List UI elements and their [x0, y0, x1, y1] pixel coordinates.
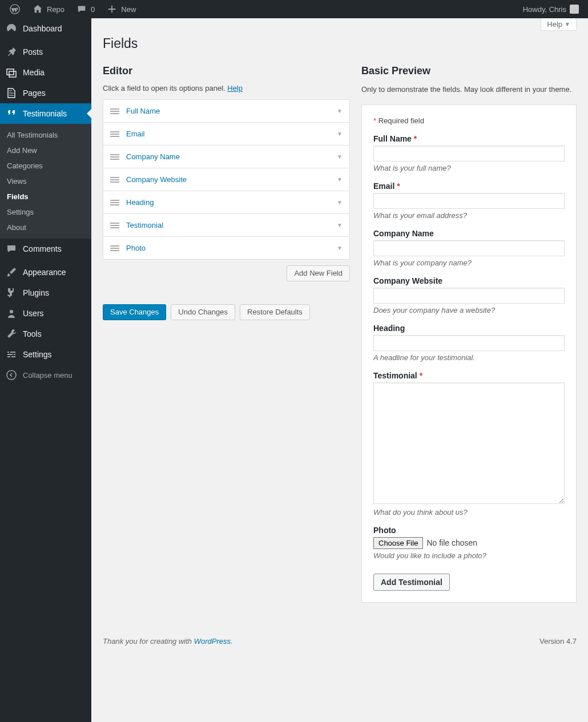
choose-file-button[interactable]: Choose File — [373, 537, 423, 549]
heading-input[interactable] — [373, 335, 565, 351]
home-icon — [32, 3, 43, 15]
company-name-input[interactable] — [373, 240, 565, 256]
chevron-down-icon[interactable]: ▼ — [337, 131, 343, 137]
quote-icon — [6, 108, 17, 119]
add-field-button[interactable]: Add New Field — [287, 265, 350, 281]
drag-handle-icon[interactable] — [110, 177, 119, 183]
full-name-input[interactable] — [373, 146, 565, 162]
undo-button[interactable]: Undo Changes — [171, 304, 235, 320]
comments-link[interactable]: 0 — [71, 0, 99, 18]
chevron-down-icon[interactable]: ▼ — [337, 154, 343, 160]
plus-icon — [106, 3, 118, 15]
sidebar-item-comments[interactable]: Comments — [0, 239, 91, 259]
sidebar-item-settings[interactable]: Settings — [0, 344, 91, 365]
field-hint: What is your full name? — [373, 164, 565, 172]
submenu-item-all-testimonials[interactable]: All Testimonials — [0, 127, 91, 143]
new-link[interactable]: New — [102, 0, 140, 18]
testimonial-input[interactable] — [373, 382, 565, 504]
footer-version: Version 4.7 — [539, 637, 577, 646]
account-link[interactable]: Howdy, Chris — [518, 0, 583, 18]
editor-help: Click a field to open its options panel.… — [103, 84, 350, 92]
drag-handle-icon[interactable] — [110, 245, 119, 251]
comment-icon — [6, 243, 17, 255]
field-row[interactable]: Photo▼ — [103, 237, 349, 260]
asterisk-icon: * — [397, 181, 400, 191]
drag-handle-icon[interactable] — [110, 223, 119, 228]
drag-handle-icon[interactable] — [110, 154, 119, 160]
collapse-menu[interactable]: Collapse menu — [0, 365, 91, 385]
form-field: Company NameWhat is your company name? — [373, 229, 565, 267]
collapse-icon — [6, 369, 17, 381]
field-row[interactable]: Testimonial▼ — [103, 214, 349, 237]
preview-desc: Only to demonstrate the fields. May look… — [361, 84, 577, 95]
svg-rect-2 — [9, 71, 16, 77]
svg-rect-1 — [7, 69, 14, 75]
field-hint: Does your company have a website? — [373, 306, 565, 314]
field-list: Full Name▼Email▼Company Name▼Company Web… — [103, 99, 350, 260]
sidebar-item-pages[interactable]: Pages — [0, 83, 91, 103]
chevron-down-icon[interactable]: ▼ — [337, 245, 343, 251]
sidebar-item-appearance[interactable]: Appearance — [0, 262, 91, 283]
footer-wp-link[interactable]: WordPress — [194, 637, 231, 646]
sidebar-item-plugins[interactable]: Plugins — [0, 283, 91, 303]
sidebar-item-testimonials[interactable]: Testimonials — [0, 103, 91, 124]
field-label: Full Name — [126, 107, 330, 115]
preview-title: Basic Preview — [361, 65, 577, 77]
footer: Thank you for creating with WordPress. V… — [91, 626, 588, 657]
chevron-down-icon: ▼ — [565, 21, 570, 27]
wrench-icon — [6, 328, 17, 340]
field-row[interactable]: Email▼ — [103, 123, 349, 146]
field-label: Photo — [126, 244, 330, 252]
field-label: Heading — [373, 324, 565, 333]
save-button[interactable]: Save Changes — [103, 304, 166, 320]
field-hint: What is your company name? — [373, 259, 565, 267]
drag-handle-icon[interactable] — [110, 108, 119, 114]
submenu-item-settings[interactable]: Settings — [0, 204, 91, 220]
field-label: Photo — [373, 526, 565, 535]
field-row[interactable]: Company Website▼ — [103, 168, 349, 191]
field-hint: What do you think about us? — [373, 508, 565, 517]
submenu-item-fields[interactable]: Fields — [0, 189, 91, 204]
site-link[interactable]: Repo — [27, 0, 69, 18]
field-row[interactable]: Full Name▼ — [103, 100, 349, 123]
chevron-down-icon[interactable]: ▼ — [337, 199, 343, 205]
form-field: HeadingA headline for your testimonial. — [373, 324, 565, 362]
field-label: Heading — [126, 198, 330, 207]
preview-box: * Required field Full Name *What is your… — [361, 104, 577, 603]
asterisk-icon: * — [414, 134, 417, 143]
page-icon — [6, 87, 17, 99]
help-tab[interactable]: Help ▼ — [541, 18, 577, 31]
chevron-down-icon[interactable]: ▼ — [337, 222, 343, 228]
editor-help-link[interactable]: Help — [227, 84, 243, 92]
company-website-input[interactable] — [373, 288, 565, 304]
sidebar-item-posts[interactable]: Posts — [0, 42, 91, 62]
sidebar-item-media[interactable]: Media — [0, 62, 91, 83]
field-label: Company Website — [126, 175, 330, 184]
submenu-item-add-new[interactable]: Add New — [0, 143, 91, 158]
email-input[interactable] — [373, 193, 565, 209]
wp-logo[interactable] — [5, 0, 25, 18]
chevron-down-icon[interactable]: ▼ — [337, 108, 343, 114]
field-row[interactable]: Heading▼ — [103, 191, 349, 214]
submenu-item-categories[interactable]: Categories — [0, 158, 91, 174]
restore-button[interactable]: Restore Defaults — [240, 304, 310, 320]
field-row[interactable]: Company Name▼ — [103, 146, 349, 168]
submenu-item-about[interactable]: About — [0, 220, 91, 235]
form-field: Full Name *What is your full name? — [373, 134, 565, 172]
sidebar-item-users[interactable]: Users — [0, 303, 91, 324]
howdy-text: Howdy, Chris — [523, 5, 566, 14]
submenu-item-views[interactable]: Views — [0, 174, 91, 189]
field-hint: A headline for your testimonial. — [373, 353, 565, 362]
editor-title: Editor — [103, 65, 350, 77]
sidebar-item-tools[interactable]: Tools — [0, 324, 91, 344]
svg-point-4 — [7, 370, 16, 380]
sidebar-item-dashboard[interactable]: Dashboard — [0, 18, 91, 39]
comments-count: 0 — [91, 5, 95, 14]
pin-icon — [6, 46, 17, 58]
sliders-icon — [6, 349, 17, 360]
drag-handle-icon[interactable] — [110, 200, 119, 205]
form-field: Testimonial *What do you think about us? — [373, 371, 565, 517]
drag-handle-icon[interactable] — [110, 131, 119, 137]
add-testimonial-button[interactable]: Add Testimonial — [373, 574, 450, 591]
chevron-down-icon[interactable]: ▼ — [337, 176, 343, 183]
